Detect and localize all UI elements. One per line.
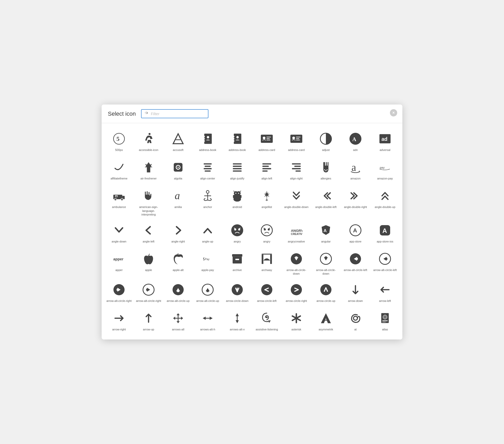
icon-item-at[interactable]: at xyxy=(341,307,370,335)
icon-item-arrow-up[interactable]: arrow-up xyxy=(134,307,163,335)
icon-item-ambulance[interactable]: ambulance xyxy=(104,184,134,219)
ambulance-label: ambulance xyxy=(112,205,126,209)
icon-item-address-book-1[interactable]: address-book xyxy=(193,127,222,156)
icon-item-arrow-left[interactable]: arrow-left xyxy=(370,278,400,307)
icon-item-app-store-ios[interactable]: Aapp-store-ios xyxy=(370,219,400,247)
icon-item-angry-2[interactable]: angry xyxy=(252,219,282,247)
filter-input[interactable] xyxy=(151,112,205,116)
icon-item-angle-left[interactable]: angle-left xyxy=(134,219,163,247)
address-book-2-icon xyxy=(229,131,245,147)
icon-item-angle-double-down[interactable]: angle-double-down xyxy=(282,184,311,219)
icon-item-amazon[interactable]: aamazon xyxy=(341,156,370,184)
icon-item-angle-down[interactable]: angle-down xyxy=(104,219,134,247)
icon-item-adversal[interactable]: adadversal xyxy=(370,127,400,156)
svg-point-19 xyxy=(292,137,295,139)
icon-item-arrow-alt-circle-down-2[interactable]: arrow-alt-circle-down xyxy=(311,247,341,278)
svg-rect-71 xyxy=(233,195,234,198)
icon-item-accessible-icon[interactable]: accessible-icon xyxy=(134,127,163,156)
at-icon xyxy=(348,310,363,326)
icon-item-angle-up[interactable]: angle-up xyxy=(193,219,222,247)
icon-item-angle-double-up[interactable]: angle-double-up xyxy=(370,184,400,219)
angle-double-down-icon xyxy=(289,188,304,204)
icon-item-500px[interactable]: 5500px xyxy=(104,127,134,156)
icon-item-arrow-alt-circle-right-2[interactable]: arrow-alt-circle-right xyxy=(134,278,163,307)
icon-item-angular[interactable]: Aangular xyxy=(311,219,341,247)
svg-text:Pay: Pay xyxy=(205,258,209,261)
atlas-icon xyxy=(377,310,393,326)
archway-label: archway xyxy=(262,268,272,272)
icon-item-angle-right[interactable]: angle-right xyxy=(163,219,193,247)
icon-item-accusoft[interactable]: accusoft xyxy=(163,127,193,156)
icon-item-arrow-circle-left[interactable]: arrow-circle-left xyxy=(252,278,282,307)
icon-item-amazon-pay[interactable]: payamazon-pay xyxy=(370,156,400,184)
svg-rect-42 xyxy=(262,171,268,172)
address-card-2-icon xyxy=(289,131,304,147)
icon-item-angle-double-left[interactable]: angle-double-left xyxy=(311,184,341,219)
icon-item-arrow-alt-circle-right-1[interactable]: arrow-alt-circle-right xyxy=(104,278,134,307)
icon-item-arrow-alt-circle-up-2[interactable]: arrow-alt-circle-up xyxy=(193,278,222,307)
svg-point-14 xyxy=(263,137,265,139)
icon-item-angrycreative[interactable]: ANGRYCREATIVEangrycreative xyxy=(282,219,311,247)
icon-item-asterisk[interactable]: asterisk xyxy=(282,307,311,335)
svg-rect-88 xyxy=(232,254,242,257)
icon-item-algolia[interactable]: algolia xyxy=(163,156,193,184)
svg-point-48 xyxy=(325,170,326,171)
icon-item-arrow-alt-circle-left-2[interactable]: arrow-alt-circle-left xyxy=(370,247,400,278)
icon-item-arrow-alt-circle-left-1[interactable]: arrow-alt-circle-left xyxy=(341,247,370,278)
address-book-2-label: address-book xyxy=(229,148,246,152)
icon-item-align-justify[interactable]: align-justify xyxy=(222,156,252,184)
icon-item-angellist[interactable]: angellist xyxy=(252,184,282,219)
android-label: android xyxy=(233,205,242,209)
icon-item-align-right[interactable]: align-right xyxy=(282,156,311,184)
icon-item-adjust[interactable]: adjust xyxy=(311,127,341,156)
icon-item-anchor[interactable]: anchor xyxy=(193,184,222,219)
icon-item-adn[interactable]: Aadn xyxy=(341,127,370,156)
icon-item-android[interactable]: android xyxy=(222,184,252,219)
icon-item-address-card-2[interactable]: address-card xyxy=(282,127,311,156)
icon-item-atlas[interactable]: atlas xyxy=(370,307,400,335)
icon-item-american-sign-language-interpreting[interactable]: american-sign-language-interpreting xyxy=(134,184,163,219)
svg-rect-16 xyxy=(267,138,270,139)
svg-rect-10 xyxy=(233,138,234,140)
svg-rect-40 xyxy=(262,166,269,167)
icon-item-archway[interactable]: archway xyxy=(252,247,282,278)
arrow-alt-circle-down-2-label: arrow-alt-circle-down xyxy=(313,268,339,276)
icon-item-apple-pay[interactable]: Payapple-pay xyxy=(193,247,222,278)
icon-item-arrow-alt-circle-up-1[interactable]: arrow-alt-circle-up xyxy=(163,278,193,307)
icon-item-assistive-listening[interactable]: assistive-listening xyxy=(252,307,282,335)
icon-item-arrows-alt-v[interactable]: arrows-alt-v xyxy=(222,307,252,335)
icon-item-arrows-all[interactable]: arrows-all xyxy=(163,307,193,335)
icon-item-align-center[interactable]: align-center xyxy=(193,156,222,184)
close-button[interactable]: × xyxy=(390,109,397,116)
svg-text:ANGRY: ANGRY xyxy=(291,229,302,233)
icon-item-arrow-alt-circle-down-1[interactable]: arrow-alt-circle-down xyxy=(282,247,311,278)
icon-item-arrow-down[interactable]: arrow-down xyxy=(341,278,370,307)
icon-item-align-left[interactable]: align-left xyxy=(252,156,282,184)
angular-icon: A xyxy=(318,223,334,238)
icon-item-asymmetrik[interactable]: asymmetrik xyxy=(311,307,341,335)
icon-item-arrow-right[interactable]: arrow-right xyxy=(104,307,134,335)
icon-item-arrows-alt-h[interactable]: arrows-alt-h xyxy=(193,307,222,335)
icon-item-apper[interactable]: apperapper xyxy=(104,247,134,278)
icon-item-apple[interactable]: apple xyxy=(134,247,163,278)
svg-rect-32 xyxy=(205,166,211,167)
svg-rect-46 xyxy=(296,171,301,172)
icon-item-arrow-circle-down[interactable]: arrow-circle-down xyxy=(222,278,252,307)
icon-item-arrow-circle-up[interactable]: arrow-circle-up xyxy=(311,278,341,307)
svg-rect-6 xyxy=(204,140,205,142)
icon-item-angry-1[interactable]: angry xyxy=(222,219,252,247)
icon-item-arrow-circle-right[interactable]: arrow-circle-right xyxy=(282,278,311,307)
icon-item-air-freshener[interactable]: air-freshener xyxy=(134,156,163,184)
icon-item-app-store[interactable]: Aapp-store xyxy=(341,219,370,247)
arrows-alt-h-icon xyxy=(200,310,215,326)
icon-item-address-book-2[interactable]: address-book xyxy=(222,127,252,156)
icon-item-affiliatetheme[interactable]: affiliatetheme xyxy=(104,156,134,184)
icon-item-apple-alt[interactable]: apple-alt xyxy=(163,247,193,278)
svg-rect-41 xyxy=(262,168,271,169)
icon-item-address-card-1[interactable]: address-card xyxy=(252,127,282,156)
icon-item-amilia[interactable]: aamilia xyxy=(163,184,193,219)
icon-item-angle-double-right[interactable]: angle-double-right xyxy=(341,184,370,219)
icon-item-allergies[interactable]: allergies xyxy=(311,156,341,184)
svg-point-104 xyxy=(261,284,272,295)
icon-item-archive[interactable]: archive xyxy=(222,247,252,278)
